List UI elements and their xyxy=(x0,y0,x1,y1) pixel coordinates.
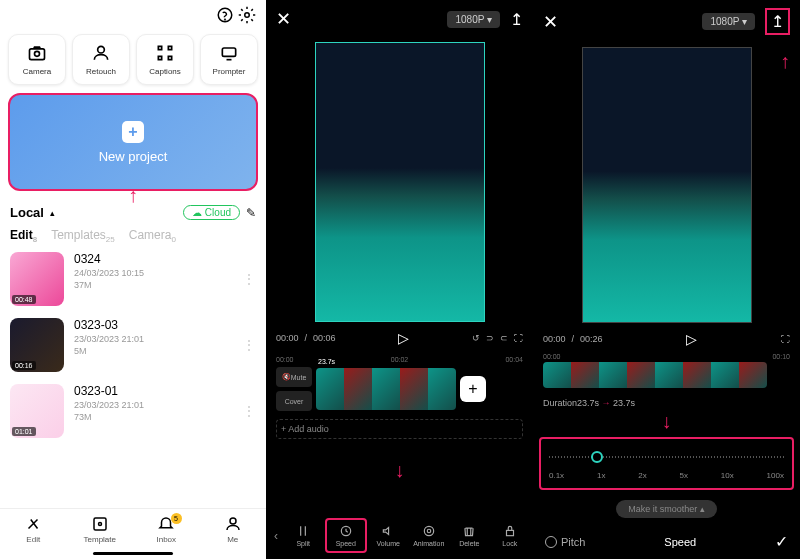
thumbnail: 01:01 xyxy=(10,384,64,438)
svg-point-5 xyxy=(98,46,105,53)
more-icon[interactable]: ⋮ xyxy=(242,271,256,287)
home-panel: Camera Retouch Captions Prompter + New p… xyxy=(0,0,266,559)
annotation-arrow-icon: ↑ xyxy=(128,184,138,207)
lock-button[interactable]: Lock xyxy=(491,520,530,551)
prompter-label: Prompter xyxy=(213,67,246,76)
nav-inbox[interactable]: 5Inbox xyxy=(133,515,200,544)
video-preview[interactable] xyxy=(315,42,485,322)
redo2-icon[interactable]: ⊂ xyxy=(500,333,508,343)
svg-point-1 xyxy=(225,19,226,20)
thumbnail: 00:48 xyxy=(10,252,64,306)
item-title: 0323-03 xyxy=(74,318,144,332)
mute-button[interactable]: 🔇 Mute xyxy=(276,367,312,387)
pitch-toggle[interactable]: Pitch xyxy=(545,536,585,548)
svg-rect-7 xyxy=(94,518,106,530)
cover-button[interactable]: Cover xyxy=(276,391,312,411)
animation-button[interactable]: Animation xyxy=(410,520,449,551)
project-item[interactable]: 00:48 032424/03/2023 10:1537M ⋮ xyxy=(0,246,266,312)
annotation-arrow-icon: ↓ xyxy=(533,410,800,433)
current-time: 00:00 xyxy=(276,333,299,343)
speed-button[interactable]: Speed xyxy=(325,518,368,553)
duration-badge: 01:01 xyxy=(12,427,36,436)
new-duration: 23.7s xyxy=(613,398,635,408)
inbox-badge: 5 xyxy=(171,513,182,524)
close-icon[interactable]: ✕ xyxy=(276,8,291,30)
nav-template[interactable]: Template xyxy=(67,515,134,544)
speed-label: 10x xyxy=(721,471,734,480)
settings-icon[interactable] xyxy=(238,6,256,28)
split-button[interactable]: Split xyxy=(284,520,323,551)
redo-icon[interactable]: ⊃ xyxy=(486,333,494,343)
editor-panel: ✕ 1080P ▾ ↥ 00:00/00:06 ▷ ↺ ⊃ ⊂ ⛶ 00:000… xyxy=(266,0,533,559)
svg-point-8 xyxy=(98,523,101,526)
annotation-arrow-icon: ↑ xyxy=(780,50,790,73)
project-item[interactable]: 00:16 0323-0323/03/2023 21:015M ⋮ xyxy=(0,312,266,378)
current-time: 00:00 xyxy=(543,334,566,344)
export-icon[interactable]: ↥ xyxy=(765,8,790,35)
svg-point-2 xyxy=(245,13,250,18)
duration-label: Duration23.7s xyxy=(543,398,599,408)
time-mark: 00:04 xyxy=(505,356,523,363)
speed-label: 0.1x xyxy=(549,471,564,480)
fullscreen-icon[interactable]: ⛶ xyxy=(514,333,523,343)
clip-strip[interactable] xyxy=(316,368,456,410)
svg-rect-3 xyxy=(30,49,45,60)
new-project-button[interactable]: + New project ↑ xyxy=(8,93,258,191)
speed-label: 1x xyxy=(597,471,605,480)
pencil-icon[interactable]: ✎ xyxy=(246,206,256,220)
clip-strip[interactable] xyxy=(543,362,767,388)
speed-title: Speed xyxy=(585,536,775,548)
more-icon[interactable]: ⋮ xyxy=(242,403,256,419)
resolution-button[interactable]: 1080P ▾ xyxy=(702,13,755,30)
duration-badge: 00:16 xyxy=(12,361,36,370)
retouch-tool[interactable]: Retouch xyxy=(72,34,130,85)
more-icon[interactable]: ⋮ xyxy=(242,337,256,353)
captions-label: Captions xyxy=(149,67,181,76)
annotation-arrow-icon: ↓ xyxy=(266,459,533,482)
slider-knob[interactable] xyxy=(591,451,603,463)
total-time: 00:26 xyxy=(580,334,603,344)
add-clip-button[interactable]: + xyxy=(460,376,486,402)
time-mark: 00:00 xyxy=(543,353,561,360)
help-icon[interactable] xyxy=(216,6,234,28)
nav-edit[interactable]: Edit xyxy=(0,515,67,544)
camera-label: Camera xyxy=(23,67,51,76)
duration-badge: 00:48 xyxy=(12,295,36,304)
svg-point-12 xyxy=(424,526,433,535)
nav-me[interactable]: Me xyxy=(200,515,267,544)
cloud-button[interactable]: ☁ Cloud xyxy=(183,205,240,220)
svg-point-9 xyxy=(230,518,236,524)
export-icon[interactable]: ↥ xyxy=(510,10,523,29)
speed-label: 100x xyxy=(767,471,784,480)
volume-button[interactable]: Volume xyxy=(369,520,408,551)
add-audio-button[interactable]: + Add audio xyxy=(276,419,523,439)
delete-button[interactable]: Delete xyxy=(450,520,489,551)
speed-slider[interactable] xyxy=(549,447,784,467)
tab-templates[interactable]: Templates25 xyxy=(51,228,115,244)
item-date: 23/03/2023 21:01 xyxy=(74,400,144,410)
play-icon[interactable]: ▷ xyxy=(686,331,697,347)
play-icon[interactable]: ▷ xyxy=(398,330,409,346)
close-icon[interactable]: ✕ xyxy=(543,11,558,33)
new-project-label: New project xyxy=(99,149,168,164)
confirm-icon[interactable]: ✓ xyxy=(775,532,788,551)
video-preview[interactable] xyxy=(582,47,752,323)
item-title: 0324 xyxy=(74,252,144,266)
smoother-button[interactable]: Make it smoother ▴ xyxy=(616,500,717,518)
local-label[interactable]: Local xyxy=(10,205,44,220)
item-title: 0323-01 xyxy=(74,384,144,398)
resolution-button[interactable]: 1080P ▾ xyxy=(447,11,500,28)
undo-icon[interactable]: ↺ xyxy=(472,333,480,343)
fullscreen-icon[interactable]: ⛶ xyxy=(781,334,790,344)
item-size: 73M xyxy=(74,412,144,422)
tab-edit[interactable]: Edit8 xyxy=(10,228,37,244)
tab-camera[interactable]: Camera0 xyxy=(129,228,176,244)
captions-tool[interactable]: Captions xyxy=(136,34,194,85)
project-item[interactable]: 01:01 0323-0123/03/2023 21:0173M ⋮ xyxy=(0,378,266,444)
chevron-up-icon: ▴ xyxy=(50,208,55,218)
speed-panel: ✕ 1080P ▾ ↥ ↑ 00:00/00:26 ▷ ⛶ 00:0000:10… xyxy=(533,0,800,559)
retouch-label: Retouch xyxy=(86,67,116,76)
chevron-left-icon[interactable]: ‹ xyxy=(270,529,282,543)
prompter-tool[interactable]: Prompter xyxy=(200,34,258,85)
camera-tool[interactable]: Camera xyxy=(8,34,66,85)
